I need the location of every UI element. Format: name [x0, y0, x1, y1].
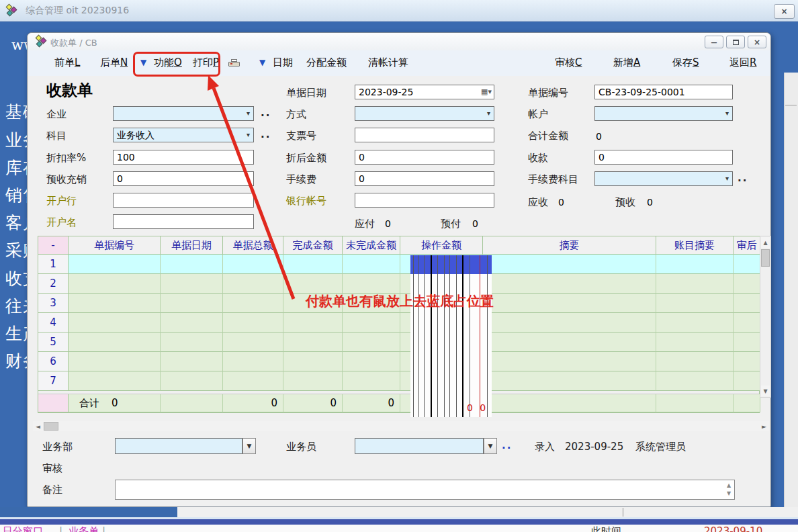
table-cell[interactable] [223, 313, 283, 332]
table-cell[interactable] [283, 274, 343, 294]
table-cell[interactable] [69, 371, 161, 391]
table-row[interactable]: 6 [38, 352, 759, 371]
table-cell[interactable] [343, 255, 400, 274]
header-account-summary[interactable]: 账目摘要 [656, 236, 734, 255]
table-cell[interactable] [161, 352, 223, 371]
header-rownum[interactable]: - [38, 236, 69, 255]
table-cell[interactable] [734, 294, 760, 313]
table-cell[interactable] [283, 352, 343, 371]
toolbar-allocate-button[interactable]: 分配金额 [306, 56, 347, 69]
account-combobox[interactable]: ▾ [594, 106, 733, 121]
table-cell[interactable] [223, 371, 283, 391]
fee-subject-browse-button[interactable]: .. [738, 172, 748, 184]
table-cell[interactable] [69, 313, 161, 332]
fee-input[interactable]: 0 [355, 171, 494, 186]
table-cell[interactable] [343, 352, 400, 371]
dialog-close-button[interactable]: × [748, 36, 766, 48]
header-operate-amount[interactable]: 操作金额 [400, 236, 483, 255]
table-cell[interactable] [483, 352, 656, 371]
table-cell[interactable] [161, 371, 223, 391]
table-cell[interactable] [483, 294, 656, 313]
table-cell[interactable] [656, 274, 734, 294]
workspace-scroll-strip[interactable] [784, 73, 798, 509]
table-cell[interactable] [656, 313, 734, 332]
table-cell[interactable] [69, 332, 161, 352]
table-cell[interactable] [734, 371, 760, 391]
table-cell[interactable] [161, 274, 223, 294]
clerk-dropdown-button[interactable]: ▼ [484, 438, 497, 454]
table-cell[interactable] [223, 274, 283, 294]
table-cell[interactable] [223, 352, 283, 371]
table-cell[interactable] [283, 313, 343, 332]
vertical-scroll-thumb[interactable] [761, 249, 770, 267]
table-cell[interactable] [656, 294, 734, 313]
row-number[interactable]: 5 [38, 332, 69, 352]
scroll-left-icon[interactable]: ◄ [33, 421, 43, 431]
header-undone-amount[interactable]: 未完成金额 [343, 236, 400, 255]
scroll-right-icon[interactable]: ► [759, 421, 769, 431]
doc-no-input[interactable]: CB-23-09-25-0001 [594, 85, 733, 99]
scroll-up-icon[interactable]: ▲ [761, 237, 770, 248]
dept-dropdown-button[interactable]: ▼ [242, 438, 256, 454]
toolbar-save-button[interactable]: 保存S [672, 56, 699, 69]
table-cell[interactable] [483, 332, 656, 352]
header-doc-date[interactable]: 单据日期 [161, 236, 223, 255]
table-row[interactable]: 2 [38, 274, 759, 294]
table-cell[interactable] [283, 332, 343, 352]
table-cell[interactable] [656, 352, 734, 371]
company-browse-button[interactable]: .. [261, 107, 271, 119]
clerk-browse-button[interactable]: .. [502, 439, 512, 451]
note-textarea[interactable]: ▲▼ [115, 480, 735, 500]
toolbar-add-button[interactable]: 新增A [613, 56, 640, 69]
date-dropdown-arrow-icon[interactable]: ▼ [259, 58, 265, 67]
subject-combobox[interactable]: 业务收入 ▾ [113, 128, 254, 142]
table-cell[interactable] [343, 371, 400, 391]
toolbar-next-button[interactable]: 后单N [100, 56, 128, 69]
table-cell[interactable] [161, 294, 223, 313]
table-cell[interactable] [734, 255, 760, 274]
table-cell[interactable] [283, 371, 343, 391]
table-cell[interactable] [483, 255, 656, 274]
header-after-audit[interactable]: 审后 [734, 236, 760, 255]
row-number[interactable]: 4 [38, 313, 69, 332]
table-cell[interactable] [69, 352, 161, 371]
toolbar-prev-button[interactable]: 前单L [54, 56, 80, 69]
account-name-input[interactable] [113, 214, 254, 229]
main-close-button[interactable]: × [774, 4, 795, 19]
dept-combobox[interactable] [115, 438, 242, 454]
table-cell[interactable] [734, 332, 760, 352]
header-doc-no[interactable]: 单据编号 [69, 236, 161, 255]
row-number[interactable]: 6 [38, 352, 69, 371]
row-number[interactable]: 1 [38, 255, 69, 274]
table-row[interactable]: 5 [38, 332, 759, 352]
table-horizontal-scrollbar[interactable]: ◄ ► [33, 421, 769, 431]
table-vertical-scrollbar[interactable]: ▲ ▼ [760, 236, 771, 398]
table-cell[interactable] [734, 352, 760, 371]
fee-subject-combobox[interactable]: ▾ [594, 171, 733, 186]
table-row[interactable]: 4 [38, 313, 759, 332]
subject-browse-button[interactable]: .. [261, 128, 271, 140]
dialog-minimize-button[interactable]: — [705, 36, 723, 48]
table-cell[interactable] [343, 313, 400, 332]
row-number[interactable]: 2 [38, 274, 69, 294]
method-combobox[interactable]: ▾ [355, 106, 494, 121]
header-summary[interactable]: 摘要 [483, 236, 656, 255]
header-doc-total[interactable]: 单据总额 [223, 236, 283, 255]
discount-input[interactable]: 100 [113, 150, 254, 165]
table-cell[interactable] [656, 332, 734, 352]
table-cell[interactable] [343, 274, 400, 294]
table-cell[interactable] [656, 255, 734, 274]
advance-input[interactable]: 0 [113, 171, 254, 186]
status-item[interactable]: 业务单 [69, 525, 99, 532]
discounted-input[interactable]: 0 [355, 150, 494, 165]
calendar-icon[interactable]: ▦▾ [481, 87, 492, 96]
toolbar-back-button[interactable]: 返回R [729, 56, 756, 69]
header-done-amount[interactable]: 完成金额 [283, 236, 343, 255]
company-combobox[interactable]: ▾ [113, 106, 254, 121]
row-number[interactable]: 7 [38, 371, 69, 391]
table-cell[interactable] [161, 332, 223, 352]
dialog-maximize-button[interactable] [726, 36, 745, 48]
table-cell[interactable] [343, 332, 400, 352]
doc-date-picker[interactable]: 2023-09-25 ▦▾ [355, 85, 494, 99]
horizontal-scroll-thumb[interactable] [44, 422, 58, 431]
